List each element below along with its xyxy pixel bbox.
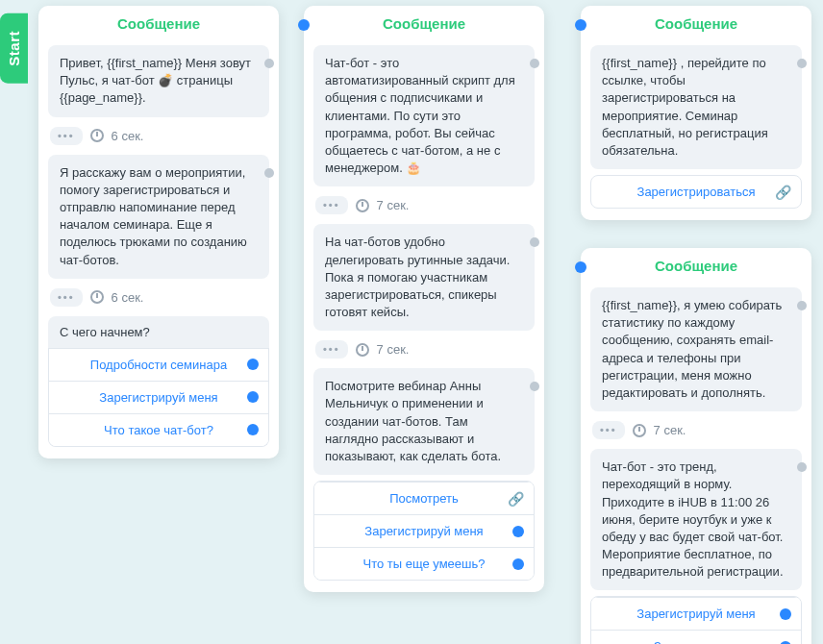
out-port[interactable] xyxy=(247,359,259,370)
card-title: Сообщение xyxy=(581,248,811,282)
out-port[interactable] xyxy=(264,168,274,178)
message-text[interactable]: Я расскажу вам о мероприятии, помогу зар… xyxy=(48,155,269,279)
out-port[interactable] xyxy=(780,608,791,620)
ellipsis-icon: ••• xyxy=(592,421,625,439)
card-title: Сообщение xyxy=(38,6,279,39)
start-tag: Start xyxy=(0,13,28,84)
in-port[interactable] xyxy=(575,19,586,31)
question-text[interactable]: С чего начнем? xyxy=(48,316,269,348)
out-port[interactable] xyxy=(512,558,524,570)
option-button[interactable]: Зарегистрируй меня xyxy=(49,381,268,413)
flow-canvas[interactable]: Start Сообщение Привет, {{first_name}} М… xyxy=(0,0,823,644)
option-button[interactable]: Посмотреть🔗 xyxy=(314,482,534,514)
out-port[interactable] xyxy=(797,462,807,472)
out-port[interactable] xyxy=(530,237,539,247)
message-text[interactable]: Чат-бот - это автоматизированный скрипт … xyxy=(313,45,535,186)
in-port[interactable] xyxy=(298,19,310,31)
options-list: Зарегистрируй меня Задать вопрос Програм… xyxy=(590,596,802,644)
message-text[interactable]: Привет, {{first_name}} Меня зовут Пульс,… xyxy=(48,45,269,117)
message-text[interactable]: {{first_name}}, я умею собирать статисти… xyxy=(590,287,802,411)
link-icon: 🔗 xyxy=(508,491,524,507)
clock-icon xyxy=(90,290,104,304)
options-list: Подробности семинара Зарегистрируй меня … xyxy=(48,348,269,447)
option-button[interactable]: Задать вопрос xyxy=(591,630,801,644)
out-port[interactable] xyxy=(264,59,274,68)
clock-icon xyxy=(633,424,646,437)
node-message-4[interactable]: Сообщение {{first_name}}, я умею собират… xyxy=(581,248,811,644)
option-button[interactable]: Что такое чат-бот? xyxy=(49,413,268,446)
message-text[interactable]: На чат-ботов удобно делегировать рутинны… xyxy=(313,224,535,331)
message-text[interactable]: {{first_name}} , перейдите по ссылке, чт… xyxy=(590,45,802,169)
options-list: Посмотреть🔗 Зарегистрируй меня Что ты ещ… xyxy=(313,481,535,581)
option-button[interactable]: Зарегистрируй меня xyxy=(314,514,534,547)
ellipsis-icon: ••• xyxy=(315,196,348,214)
delay-row[interactable]: •••7 сек. xyxy=(313,192,535,218)
card-title: Сообщение xyxy=(304,6,544,39)
in-port[interactable] xyxy=(575,261,586,273)
clock-icon xyxy=(356,199,369,212)
option-button[interactable]: Зарегистрируй меня xyxy=(591,597,801,630)
card-title: Сообщение xyxy=(581,6,811,39)
clock-icon xyxy=(90,129,104,142)
option-button[interactable]: Что ты еще умеешь? xyxy=(314,547,534,580)
out-port[interactable] xyxy=(797,59,807,68)
delay-row[interactable]: •••6 сек. xyxy=(48,123,269,149)
out-port[interactable] xyxy=(797,301,807,310)
link-icon: 🔗 xyxy=(775,185,791,200)
delay-row[interactable]: •••7 сек. xyxy=(313,336,535,362)
out-port[interactable] xyxy=(512,526,524,537)
ellipsis-icon: ••• xyxy=(50,127,83,145)
out-port[interactable] xyxy=(247,424,259,435)
out-port[interactable] xyxy=(530,382,539,391)
delay-row[interactable]: •••6 сек. xyxy=(48,285,269,310)
option-button[interactable]: Подробности семинара xyxy=(49,348,268,381)
message-text[interactable]: Чат-бот - это тренд, переходящий в норму… xyxy=(590,449,802,590)
clock-icon xyxy=(356,343,369,357)
out-port[interactable] xyxy=(530,59,539,68)
link-button[interactable]: Зарегистрироваться🔗 xyxy=(590,175,802,209)
message-text[interactable]: Посмотрите вебинар Анны Мельничук о прим… xyxy=(313,368,535,475)
out-port[interactable] xyxy=(247,391,259,403)
node-message-1[interactable]: Сообщение Привет, {{first_name}} Меня зо… xyxy=(38,6,279,458)
delay-row[interactable]: •••7 сек. xyxy=(590,417,802,443)
node-message-3[interactable]: Сообщение {{first_name}} , перейдите по … xyxy=(581,6,811,220)
ellipsis-icon: ••• xyxy=(315,340,348,359)
node-message-2[interactable]: Сообщение Чат-бот - это автоматизированн… xyxy=(304,6,544,592)
ellipsis-icon: ••• xyxy=(50,288,83,307)
